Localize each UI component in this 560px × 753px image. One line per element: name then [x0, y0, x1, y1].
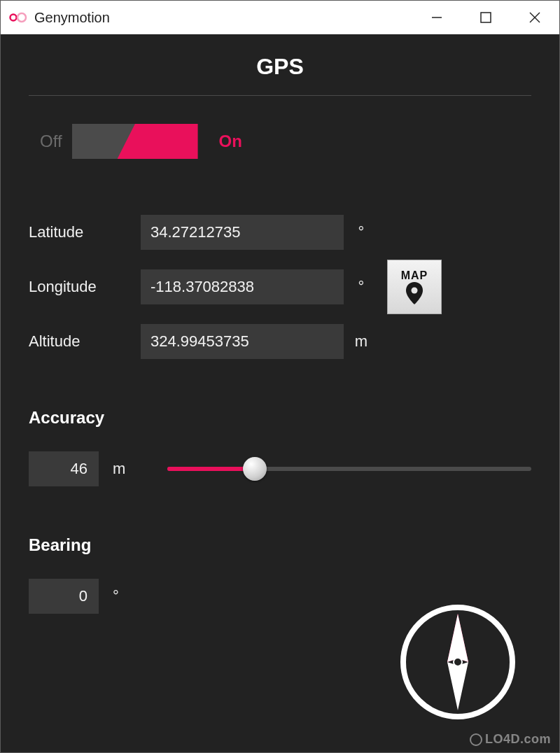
- toggle-on-label: On: [219, 132, 242, 151]
- gps-toggle[interactable]: [72, 124, 198, 159]
- svg-point-12: [454, 658, 462, 666]
- svg-marker-11: [447, 614, 458, 662]
- svg-marker-10: [447, 662, 468, 710]
- watermark: LO4D.com: [470, 732, 551, 747]
- altitude-input[interactable]: [141, 324, 344, 359]
- maximize-button[interactable]: [461, 1, 510, 34]
- latitude-label: Latitude: [29, 223, 141, 241]
- svg-marker-9: [458, 614, 468, 662]
- svg-point-13: [470, 734, 482, 745]
- app-window: Genymotion GPS Off On Latitude °: [0, 0, 560, 753]
- accuracy-unit: m: [113, 460, 125, 478]
- app-logo-icon: [9, 11, 27, 24]
- altitude-unit: m: [344, 332, 379, 351]
- bearing-unit: °: [113, 587, 119, 605]
- latitude-input[interactable]: [141, 215, 344, 250]
- gps-panel: GPS Off On Latitude ° MAP Longitude: [1, 34, 559, 752]
- divider: [29, 95, 531, 96]
- altitude-label: Altitude: [29, 332, 141, 351]
- accuracy-row: m: [29, 451, 531, 486]
- bearing-label: Bearing: [29, 535, 531, 555]
- titlebar: Genymotion: [1, 1, 559, 34]
- bearing-input[interactable]: [29, 579, 99, 614]
- svg-point-0: [10, 15, 17, 21]
- svg-rect-3: [481, 13, 491, 22]
- toggle-off-label: Off: [40, 132, 62, 151]
- svg-point-6: [412, 288, 418, 294]
- longitude-label: Longitude: [29, 278, 141, 296]
- coordinates-grid: Latitude ° MAP Longitude ° Altitude m: [29, 215, 531, 359]
- minimize-button[interactable]: [412, 1, 461, 34]
- map-button-label: MAP: [401, 269, 428, 282]
- longitude-unit: °: [344, 278, 379, 296]
- accuracy-input[interactable]: [29, 451, 99, 486]
- latitude-unit: °: [344, 223, 379, 241]
- close-button[interactable]: [510, 1, 559, 34]
- svg-point-1: [18, 13, 26, 22]
- accuracy-slider[interactable]: [167, 455, 531, 483]
- gps-toggle-row: Off On: [29, 124, 531, 159]
- map-button[interactable]: MAP: [387, 260, 442, 314]
- accuracy-label: Accuracy: [29, 408, 531, 428]
- panel-title: GPS: [29, 54, 531, 95]
- window-title: Genymotion: [34, 10, 110, 26]
- map-pin-icon: [405, 282, 424, 304]
- compass-icon[interactable]: [398, 603, 517, 722]
- longitude-input[interactable]: [141, 269, 344, 304]
